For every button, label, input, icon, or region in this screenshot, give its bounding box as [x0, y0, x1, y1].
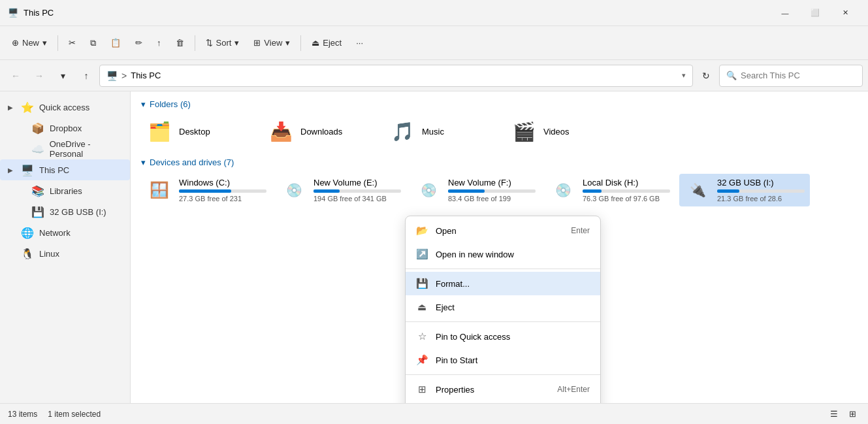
copy-icon: ⧉	[90, 38, 96, 48]
back-button[interactable]: ←	[5, 65, 26, 86]
ctx-properties[interactable]: ⊞ Properties Alt+Enter	[406, 378, 600, 401]
rename-button[interactable]: ✏	[129, 31, 149, 55]
drive-free: 83.4 GB free of 199	[448, 195, 536, 203]
sidebar-item-label: Network	[39, 228, 71, 238]
eject-icon: ⏏	[312, 38, 319, 48]
sidebar-item-onedrive[interactable]: ☁️ OneDrive - Personal	[0, 139, 130, 159]
ctx-open-new-window-label: Open in new window	[436, 250, 582, 259]
sidebar: ▶ ⭐ Quick access 📦 Dropbox ☁️ OneDrive -…	[0, 91, 131, 403]
drive-info: New Volume (E:) 194 GB free of 341 GB	[313, 178, 401, 203]
folder-item-desktop[interactable]: 🗂️ Desktop	[141, 116, 259, 147]
rename-icon: ✏	[135, 38, 142, 48]
eject-label: Eject	[323, 38, 342, 48]
ctx-open-new-window-icon: ↗️	[416, 248, 428, 260]
folder-item-downloads[interactable]: 📥 Downloads	[263, 116, 380, 147]
sidebar-item-linux[interactable]: 🐧 Linux	[0, 243, 130, 264]
delete-button[interactable]: 🗑	[169, 31, 191, 55]
titlebar-title: This PC	[24, 8, 770, 18]
drive-info: 32 GB USB (I:) 21.3 GB free of 28.6	[717, 178, 805, 203]
search-box[interactable]: 🔍	[719, 65, 863, 87]
folder-item-videos[interactable]: 🎬 Videos	[506, 116, 623, 147]
new-button[interactable]: ⊕ New ▾	[5, 31, 54, 55]
sidebar-item-label: 32 GB USB (I:)	[50, 207, 106, 217]
titlebar-icon: 🖥️	[8, 8, 18, 18]
view-label: View	[264, 38, 282, 48]
more-button[interactable]: ···	[349, 31, 370, 55]
sidebar-item-label: Quick access	[39, 103, 89, 112]
address-path[interactable]: 🖥️ > This PC ▾	[99, 65, 693, 87]
devices-grid: 🪟 Windows (C:) 27.3 GB free of 231 💿 New…	[141, 174, 858, 206]
cut-button[interactable]: ✂	[62, 31, 82, 55]
sidebar-item-network[interactable]: 🌐 Network	[0, 222, 130, 243]
sort-button[interactable]: ⇅ Sort ▾	[199, 31, 246, 55]
drive-info: New Volume (F:) 83.4 GB free of 199	[448, 178, 536, 203]
drive-bar	[313, 189, 340, 193]
sidebar-item-quick-access[interactable]: ▶ ⭐ Quick access	[0, 97, 130, 118]
drive-item-windows-c[interactable]: 🪟 Windows (C:) 27.3 GB free of 231	[141, 174, 272, 206]
refresh-button[interactable]: ↻	[696, 65, 716, 86]
devices-chevron-icon: ▾	[141, 157, 146, 167]
this-pc-icon: 🖥️	[21, 164, 34, 176]
view-caret-icon: ▾	[285, 38, 290, 48]
drive-bar-container	[179, 189, 266, 193]
list-view-button[interactable]: ☰	[826, 406, 842, 422]
search-input[interactable]	[741, 71, 856, 80]
sidebar-item-libraries[interactable]: 📚 Libraries	[0, 180, 130, 201]
share-button[interactable]: ↑	[150, 31, 168, 55]
ctx-properties-icon: ⊞	[416, 383, 428, 395]
view-button[interactable]: ⊞ View ▾	[247, 31, 297, 55]
drive-item-local-disk-h[interactable]: 💿 Local Disk (H:) 76.3 GB free of 97.6 G…	[545, 174, 675, 206]
ctx-open[interactable]: 📂 Open Enter	[406, 219, 600, 242]
ctx-more-options[interactable]: ↗️ Show more options Shift+F10	[406, 401, 600, 403]
drive-bar	[179, 189, 231, 193]
toolbar: ⊕ New ▾ ✂ ⧉ 📋 ✏ ↑ 🗑 ⇅ Sort ▾ ⊞ View ▾ ⏏ …	[0, 26, 868, 60]
drive-name: New Volume (F:)	[448, 178, 536, 188]
eject-button[interactable]: ⏏ Eject	[305, 31, 348, 55]
close-button[interactable]: ✕	[830, 0, 860, 26]
grid-view-button[interactable]: ⊞	[844, 406, 860, 422]
paste-button[interactable]: 📋	[104, 31, 127, 55]
sidebar-item-usb[interactable]: 💾 32 GB USB (I:)	[0, 201, 130, 222]
paste-icon: 📋	[110, 38, 121, 48]
copy-button[interactable]: ⧉	[84, 31, 103, 55]
ctx-pin-quick-access[interactable]: ☆ Pin to Quick access	[406, 325, 600, 348]
items-count: 13 items	[8, 410, 37, 419]
forward-button[interactable]: →	[29, 65, 50, 86]
ctx-open-new-window[interactable]: ↗️ Open in new window	[406, 242, 600, 266]
drive-item-32gb-usb-i[interactable]: 🔌 32 GB USB (I:) 21.3 GB free of 28.6	[679, 174, 810, 206]
drive-bar-container	[448, 189, 536, 193]
folders-chevron-icon: ▾	[141, 99, 146, 109]
delete-icon: 🗑	[176, 38, 184, 48]
toolbar-separator-3	[300, 35, 301, 51]
ctx-pin-start[interactable]: 📌 Pin to Start	[406, 348, 600, 372]
drive-info: Windows (C:) 27.3 GB free of 231	[179, 178, 266, 203]
dropbox-icon: 📦	[31, 122, 44, 135]
maximize-button[interactable]: ⬜	[800, 0, 830, 26]
sidebar-item-label: Dropbox	[50, 123, 82, 133]
sort-icon: ⇅	[206, 38, 213, 48]
sidebar-item-dropbox[interactable]: 📦 Dropbox	[0, 118, 130, 139]
sidebar-item-this-pc[interactable]: ▶ 🖥️ This PC	[0, 159, 130, 180]
main-layout: ▶ ⭐ Quick access 📦 Dropbox ☁️ OneDrive -…	[0, 91, 868, 403]
new-caret-icon: ▾	[42, 38, 47, 48]
ctx-separator-1	[406, 269, 600, 269]
folders-section-header[interactable]: ▾ Folders (6)	[141, 99, 858, 109]
new-volume-e-icon: 💿	[281, 178, 307, 202]
ctx-eject[interactable]: ⏏ Eject	[406, 295, 600, 319]
path-icon: 🖥️	[106, 71, 118, 81]
ctx-eject-icon: ⏏	[416, 301, 428, 313]
quick-access-icon: ⭐	[21, 101, 34, 114]
recent-locations-button[interactable]: ▾	[52, 65, 73, 86]
ctx-format[interactable]: 💾 Format...	[406, 272, 600, 295]
devices-section-header[interactable]: ▾ Devices and drives (7)	[141, 157, 858, 167]
folders-grid: 🗂️ Desktop 📥 Downloads 🎵 Music 🎬 Videos	[141, 116, 858, 147]
ctx-open-icon: 📂	[416, 225, 428, 236]
folder-item-music[interactable]: 🎵 Music	[384, 116, 502, 147]
up-button[interactable]: ↑	[76, 65, 97, 86]
addressbar: ← → ▾ ↑ 🖥️ > This PC ▾ ↻ 🔍	[0, 60, 868, 91]
drive-item-new-volume-f[interactable]: 💿 New Volume (F:) 83.4 GB free of 199	[410, 174, 541, 206]
folder-label: Desktop	[179, 127, 210, 137]
drive-info: Local Disk (H:) 76.3 GB free of 97.6 GB	[583, 178, 670, 203]
minimize-button[interactable]: —	[770, 0, 800, 26]
drive-item-new-volume-e[interactable]: 💿 New Volume (E:) 194 GB free of 341 GB	[276, 174, 406, 206]
